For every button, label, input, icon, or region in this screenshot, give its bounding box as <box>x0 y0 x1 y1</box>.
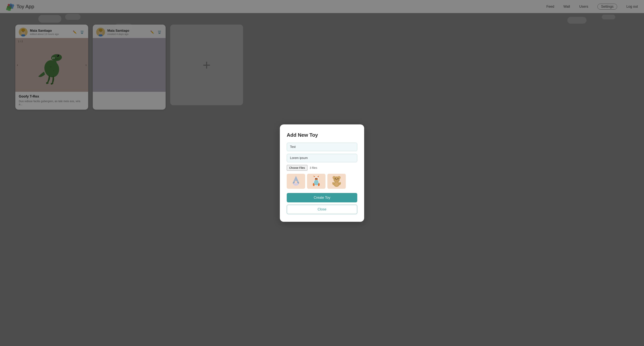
modal-title: Add New Toy <box>287 132 357 138</box>
fox-preview <box>310 175 323 188</box>
toy-name-input[interactable] <box>287 143 357 151</box>
svg-point-47 <box>338 178 338 179</box>
gnome-preview <box>289 175 303 188</box>
toy-description-input[interactable] <box>287 154 357 162</box>
choose-files-button[interactable]: Choose Files <box>287 165 308 171</box>
preview-thumb-3 <box>327 174 346 189</box>
image-previews <box>287 174 357 189</box>
preview-thumb-1 <box>287 174 305 189</box>
preview-thumb-2 <box>307 174 326 189</box>
modal-overlay: Add New Toy Choose Files 3 files <box>0 0 644 346</box>
create-toy-button[interactable]: Create Toy <box>287 193 357 202</box>
svg-point-44 <box>335 178 336 179</box>
svg-point-30 <box>315 178 316 179</box>
bear-preview <box>330 175 343 188</box>
file-count-label: 3 files <box>310 166 317 169</box>
svg-point-35 <box>314 180 318 186</box>
file-upload-row: Choose Files 3 files <box>287 165 357 171</box>
svg-point-48 <box>335 183 338 186</box>
svg-point-26 <box>296 179 296 180</box>
svg-point-31 <box>317 178 318 179</box>
svg-point-25 <box>296 181 297 182</box>
add-toy-modal: Add New Toy Choose Files 3 files <box>280 124 364 222</box>
svg-point-45 <box>338 178 338 179</box>
close-modal-button[interactable]: Close <box>287 205 357 214</box>
svg-point-24 <box>294 180 296 181</box>
svg-point-46 <box>335 178 335 179</box>
svg-point-32 <box>316 179 317 180</box>
svg-point-43 <box>336 179 337 180</box>
